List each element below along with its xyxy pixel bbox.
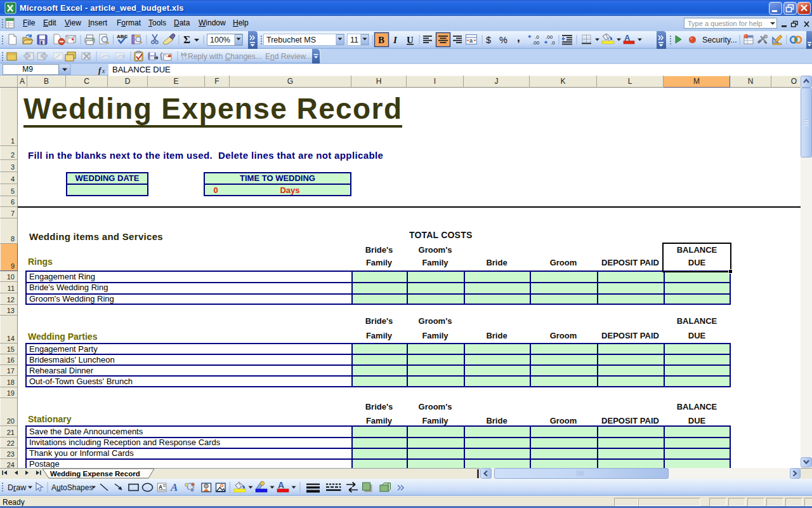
svg-text:U: U [407, 35, 414, 45]
svg-text:A: A [170, 481, 178, 493]
svg-text:.00: .00 [546, 34, 553, 40]
svg-text:.00: .00 [532, 40, 540, 46]
svg-text:.0: .0 [551, 40, 555, 46]
svg-text:ABC: ABC [117, 34, 128, 39]
svg-text:Σ: Σ [183, 34, 190, 46]
svg-text:I: I [393, 35, 398, 45]
svg-text:AutoShapes: AutoShapes [51, 483, 93, 492]
svg-text:Draw: Draw [8, 483, 27, 492]
svg-text:11: 11 [350, 36, 358, 44]
svg-text:End Review...: End Review... [265, 52, 311, 61]
svg-text:Trebuchet MS: Trebuchet MS [266, 36, 316, 44]
svg-text:100%: 100% [210, 36, 230, 44]
svg-text:Wedding Expense Record: Wedding Expense Record [50, 470, 140, 478]
svg-text:,: , [517, 32, 520, 44]
svg-text:%: % [499, 35, 508, 45]
svg-text:Reply with Changes...: Reply with Changes... [188, 52, 262, 61]
svg-text:B: B [378, 35, 384, 45]
svg-text:.0: .0 [535, 34, 539, 40]
svg-text:A: A [159, 484, 162, 490]
svg-text:x: x [102, 67, 105, 74]
svg-text:Security...: Security... [702, 36, 737, 44]
svg-text:A: A [278, 480, 284, 490]
svg-text:$: $ [486, 35, 491, 45]
svg-text:a: a [469, 37, 473, 44]
